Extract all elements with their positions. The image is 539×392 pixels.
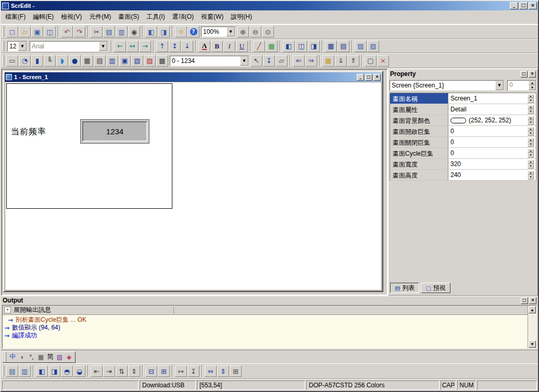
fit-both-icon[interactable]: ⊞ xyxy=(230,365,242,377)
close-button[interactable]: × xyxy=(529,297,536,304)
titlebar[interactable]: ScrEdit - _□× xyxy=(1,1,538,10)
ime-fullhalf-button[interactable]: ◗ xyxy=(18,352,27,362)
align-right-icon[interactable]: ◨ xyxy=(48,365,60,377)
undo-icon[interactable]: ↶ xyxy=(61,26,73,37)
ime-softkeyboard-button[interactable]: ▦ xyxy=(36,352,45,362)
screen-select[interactable]: Screen {Screen_1} ▼ xyxy=(390,80,504,91)
toolbar-grip[interactable] xyxy=(3,27,4,37)
paste-icon[interactable]: ▥ xyxy=(116,26,128,37)
even-spacing-v-icon[interactable]: ⇕ xyxy=(128,365,140,377)
property-label[interactable]: 畫面高度 xyxy=(390,170,448,180)
sampling-element-icon[interactable]: ▨ xyxy=(144,55,156,67)
meter-element-icon[interactable]: ◔ xyxy=(19,55,31,67)
download-screen-icon[interactable]: ⇓ xyxy=(335,55,347,67)
output-message-numeric[interactable]: → 數值顯示 (94, 64) xyxy=(4,324,526,332)
fit-width-icon[interactable]: ⇔ xyxy=(205,365,217,377)
close-button[interactable]: × xyxy=(373,74,381,81)
row-spinner[interactable]: ▲ ▼ xyxy=(528,171,534,180)
property-row-bg-color[interactable]: 畫面背景顏色 (252, 252, 252) ▲ ▼ xyxy=(390,115,536,126)
property-value[interactable]: 320 ▲ ▼ xyxy=(448,159,536,169)
align-right-arrow-icon[interactable]: → xyxy=(139,41,151,52)
toolbar-grip[interactable] xyxy=(5,352,6,362)
copy-icon[interactable]: ▤ xyxy=(103,26,115,37)
property-value[interactable]: (252, 252, 252) ▲ ▼ xyxy=(448,115,536,125)
spin-down-icon[interactable]: ▼ xyxy=(528,175,534,180)
curve-element-icon[interactable]: ▧ xyxy=(131,55,143,67)
compile-screen-icon[interactable]: ▦ xyxy=(322,55,334,67)
property-spinner-value[interactable]: 0 xyxy=(508,81,529,90)
align-left-icon[interactable]: ◧ xyxy=(36,365,48,377)
save-all-icon[interactable]: ◫ xyxy=(44,26,56,37)
align-top-arrow-icon[interactable]: ↑ xyxy=(156,41,168,52)
row-spinner[interactable]: ▲ ▼ xyxy=(528,116,534,125)
output-message-compile[interactable]: → 編譯成功 xyxy=(4,332,526,339)
state-prev-icon[interactable]: ◧ xyxy=(283,41,295,52)
property-row-screen-name[interactable]: 畫面名稱 Screen_1 ▲ ▼ xyxy=(390,93,536,104)
italic-icon[interactable]: I xyxy=(223,41,235,52)
ime-mode-button[interactable]: 中 xyxy=(8,352,17,362)
restore-button[interactable]: □ xyxy=(365,74,372,81)
property-row-close-macro[interactable]: 畫面關閉巨集 0 ▲ ▼ xyxy=(390,137,536,148)
menu-file[interactable]: 檔案(F) xyxy=(2,10,29,24)
bold-icon[interactable]: B xyxy=(211,41,223,52)
center-vertical-icon[interactable]: ↧ xyxy=(187,365,199,377)
color-palette-icon[interactable]: ▩ xyxy=(266,41,278,52)
spin-up-icon[interactable]: ▲ xyxy=(528,160,534,165)
spin-down-icon[interactable]: ▼ xyxy=(528,98,534,103)
property-value[interactable]: Detail ▲ ▼ xyxy=(448,104,536,115)
property-label[interactable]: 畫面開啟巨集 xyxy=(390,126,448,136)
property-label[interactable]: 畫面屬性 xyxy=(390,104,448,115)
text-display-icon[interactable]: ▥ xyxy=(106,55,118,67)
align-left-arrow-icon[interactable]: ← xyxy=(114,41,126,52)
property-row-open-macro[interactable]: 畫面開啟巨集 0 ▲ ▼ xyxy=(390,126,536,137)
button-element-icon[interactable]: ▭ xyxy=(6,55,18,67)
menu-window[interactable]: 視窗(W) xyxy=(197,10,227,24)
same-height-icon[interactable]: ⊞ xyxy=(158,365,170,377)
open-project-icon[interactable]: ▱ xyxy=(19,26,31,37)
align-top-icon[interactable]: ◓ xyxy=(61,365,73,377)
cursor-select-icon[interactable]: ↖ xyxy=(250,55,262,67)
new-screen-icon[interactable]: ◻ xyxy=(6,26,18,37)
property-spinner[interactable]: 0 ▲ ▼ xyxy=(507,80,536,91)
maximize-button[interactable]: □ xyxy=(519,2,528,9)
element-state-select[interactable]: 0 - 1234 ▼ xyxy=(170,56,249,66)
property-value[interactable]: 0 ▲ ▼ xyxy=(448,126,536,136)
multistate-lamp-icon[interactable]: ● xyxy=(69,55,81,67)
row-spinner[interactable]: ▲ ▼ xyxy=(528,138,534,147)
dropdown-arrow-icon[interactable]: ▼ xyxy=(240,56,248,66)
element-edit-icon[interactable]: ▱ xyxy=(275,55,287,67)
property-value[interactable]: 0 ▲ ▼ xyxy=(448,148,536,158)
output-message-parse[interactable]: → 剖析畫面Cycle巨集 ... OK xyxy=(4,316,526,324)
property-label[interactable]: 畫面寬度 xyxy=(390,159,448,169)
save-icon[interactable]: ▣ xyxy=(31,26,43,37)
lamp-element-icon[interactable]: ◗ xyxy=(56,55,68,67)
ime-help-button[interactable]: ◈ xyxy=(65,352,73,362)
next-screen-icon[interactable]: ⇒ xyxy=(305,55,317,67)
ime-charset-button[interactable]: 简 xyxy=(46,352,55,362)
property-label[interactable]: 畫面背景顏色 xyxy=(390,115,448,125)
property-row-width[interactable]: 畫面寬度 320 ▲ ▼ xyxy=(390,159,536,170)
spin-up-icon[interactable]: ▲ xyxy=(528,116,534,121)
property-label[interactable]: 畫面關閉巨集 xyxy=(390,137,448,147)
property-label[interactable]: 畫面Cycle巨集 xyxy=(390,148,448,158)
spin-up-icon[interactable]: ▲ xyxy=(528,105,534,110)
property-row-height[interactable]: 畫面高度 240 ▲ ▼ xyxy=(390,170,536,181)
screen-preview-icon[interactable]: ◨ xyxy=(158,26,170,37)
spin-down-icon[interactable]: ▼ xyxy=(528,153,534,158)
zoom-reset-icon[interactable]: ⊙ xyxy=(262,26,274,37)
property-row-cycle-macro[interactable]: 畫面Cycle巨集 0 ▲ ▼ xyxy=(390,148,536,159)
menu-screen[interactable]: 畫面(S) xyxy=(115,10,143,24)
find-icon[interactable]: ◉ xyxy=(128,26,140,37)
alarm-element-icon[interactable]: ▩ xyxy=(156,55,168,67)
static-text-element[interactable]: 当前频率 xyxy=(11,127,46,137)
zoom-in-icon[interactable]: ⊕ xyxy=(237,26,249,37)
upload-screen-icon[interactable]: ⇑ xyxy=(347,55,359,67)
screen-canvas[interactable]: 当前频率 1234 xyxy=(5,82,382,290)
toolbar-grip[interactable] xyxy=(3,41,4,52)
scroll-up-icon[interactable]: ▲ xyxy=(529,306,536,313)
cut-icon[interactable]: ✂ xyxy=(91,26,103,37)
text-color-icon[interactable]: A xyxy=(198,41,210,52)
zoom-out-icon[interactable]: ⊖ xyxy=(249,26,261,37)
float-button[interactable]: □ xyxy=(521,297,528,304)
output-header-label[interactable]: 展開輸出訊息 xyxy=(14,306,51,314)
